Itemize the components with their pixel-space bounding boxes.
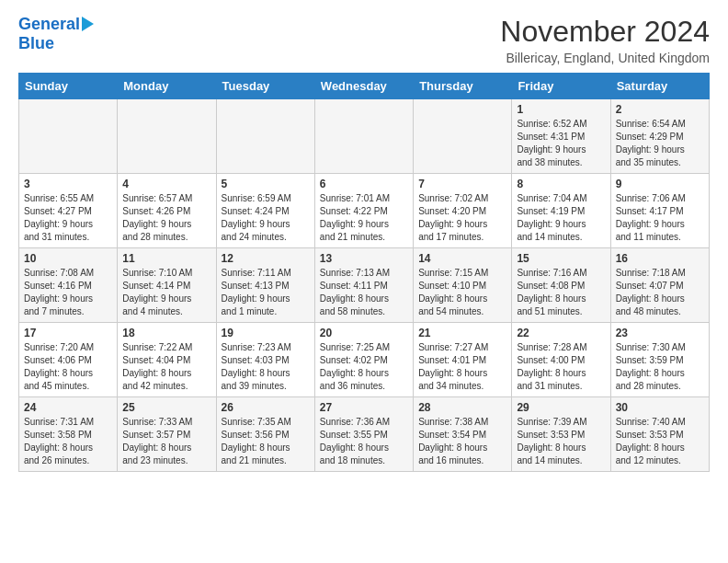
day-info: Sunrise: 7:13 AMSunset: 4:11 PMDaylight:… xyxy=(320,267,408,318)
day-number: 29 xyxy=(517,401,605,414)
calendar-cell: 11Sunrise: 7:10 AMSunset: 4:14 PMDayligh… xyxy=(118,248,216,323)
day-number: 27 xyxy=(320,401,408,414)
day-info: Sunrise: 7:11 AMSunset: 4:13 PMDaylight:… xyxy=(222,267,310,318)
day-number: 20 xyxy=(320,327,408,339)
day-info: Sunrise: 7:36 AMSunset: 3:55 PMDaylight:… xyxy=(320,416,408,467)
weekday-header: Wednesday xyxy=(314,74,413,99)
day-number: 25 xyxy=(122,401,210,414)
calendar-cell: 9Sunrise: 7:06 AMSunset: 4:17 PMDaylight… xyxy=(610,174,709,248)
day-info: Sunrise: 7:22 AMSunset: 4:04 PMDaylight:… xyxy=(122,341,210,393)
day-number: 10 xyxy=(24,252,112,265)
day-number: 15 xyxy=(517,252,605,265)
calendar-cell xyxy=(216,99,314,174)
calendar-table: SundayMondayTuesdayWednesdayThursdayFrid… xyxy=(18,73,710,472)
day-number: 8 xyxy=(517,178,605,190)
day-info: Sunrise: 7:39 AMSunset: 3:53 PMDaylight:… xyxy=(517,416,605,467)
calendar-header-row: SundayMondayTuesdayWednesdayThursdayFrid… xyxy=(19,74,710,99)
day-number: 3 xyxy=(24,178,112,190)
calendar-week-row: 3Sunrise: 6:55 AMSunset: 4:27 PMDaylight… xyxy=(19,174,710,248)
calendar-cell xyxy=(314,99,413,174)
weekday-header: Friday xyxy=(512,74,610,99)
day-number: 11 xyxy=(122,252,210,265)
day-number: 1 xyxy=(517,103,605,116)
day-info: Sunrise: 7:27 AMSunset: 4:01 PMDaylight:… xyxy=(418,341,506,393)
day-info: Sunrise: 6:55 AMSunset: 4:27 PMDaylight:… xyxy=(24,192,112,244)
calendar-cell: 17Sunrise: 7:20 AMSunset: 4:06 PMDayligh… xyxy=(19,323,118,397)
calendar-cell: 10Sunrise: 7:08 AMSunset: 4:16 PMDayligh… xyxy=(19,248,118,323)
calendar-cell: 29Sunrise: 7:39 AMSunset: 3:53 PMDayligh… xyxy=(512,397,610,472)
day-number: 18 xyxy=(122,327,210,339)
calendar-cell: 14Sunrise: 7:15 AMSunset: 4:10 PMDayligh… xyxy=(414,248,512,323)
calendar-cell: 12Sunrise: 7:11 AMSunset: 4:13 PMDayligh… xyxy=(216,248,314,323)
day-info: Sunrise: 7:02 AMSunset: 4:20 PMDaylight:… xyxy=(418,192,506,244)
day-number: 9 xyxy=(616,178,704,190)
day-info: Sunrise: 7:20 AMSunset: 4:06 PMDaylight:… xyxy=(24,341,112,393)
calendar-cell: 13Sunrise: 7:13 AMSunset: 4:11 PMDayligh… xyxy=(314,248,413,323)
day-number: 30 xyxy=(616,401,704,414)
day-info: Sunrise: 7:10 AMSunset: 4:14 PMDaylight:… xyxy=(122,267,210,318)
month-title: November 2024 xyxy=(500,15,710,49)
location: Billericay, England, United Kingdom xyxy=(500,51,710,65)
calendar-week-row: 17Sunrise: 7:20 AMSunset: 4:06 PMDayligh… xyxy=(19,323,710,397)
weekday-header: Saturday xyxy=(610,74,709,99)
calendar-cell: 4Sunrise: 6:57 AMSunset: 4:26 PMDaylight… xyxy=(118,174,216,248)
title-section: November 2024 Billericay, England, Unite… xyxy=(500,15,710,65)
day-number: 14 xyxy=(418,252,506,265)
day-info: Sunrise: 7:30 AMSunset: 3:59 PMDaylight:… xyxy=(616,341,704,393)
day-info: Sunrise: 7:40 AMSunset: 3:53 PMDaylight:… xyxy=(616,416,704,467)
calendar-cell: 27Sunrise: 7:36 AMSunset: 3:55 PMDayligh… xyxy=(314,397,413,472)
calendar-cell: 24Sunrise: 7:31 AMSunset: 3:58 PMDayligh… xyxy=(19,397,118,472)
day-info: Sunrise: 7:31 AMSunset: 3:58 PMDaylight:… xyxy=(24,416,112,467)
calendar-cell: 25Sunrise: 7:33 AMSunset: 3:57 PMDayligh… xyxy=(118,397,216,472)
day-info: Sunrise: 7:38 AMSunset: 3:54 PMDaylight:… xyxy=(418,416,506,467)
day-number: 5 xyxy=(222,178,310,190)
day-info: Sunrise: 7:16 AMSunset: 4:08 PMDaylight:… xyxy=(517,267,605,318)
calendar-cell: 5Sunrise: 6:59 AMSunset: 4:24 PMDaylight… xyxy=(216,174,314,248)
day-number: 4 xyxy=(122,178,210,190)
calendar-cell: 1Sunrise: 6:52 AMSunset: 4:31 PMDaylight… xyxy=(512,99,610,174)
logo-text: General xyxy=(18,15,80,34)
day-number: 12 xyxy=(222,252,310,265)
day-number: 2 xyxy=(616,103,704,116)
calendar-cell: 16Sunrise: 7:18 AMSunset: 4:07 PMDayligh… xyxy=(610,248,709,323)
day-info: Sunrise: 7:25 AMSunset: 4:02 PMDaylight:… xyxy=(320,341,408,393)
weekday-header: Tuesday xyxy=(216,74,314,99)
day-info: Sunrise: 7:28 AMSunset: 4:00 PMDaylight:… xyxy=(517,341,605,393)
day-number: 6 xyxy=(320,178,408,190)
weekday-header: Sunday xyxy=(19,74,118,99)
day-number: 26 xyxy=(222,401,310,414)
day-number: 23 xyxy=(616,327,704,339)
logo-subtext: Blue xyxy=(18,34,54,53)
calendar-cell: 21Sunrise: 7:27 AMSunset: 4:01 PMDayligh… xyxy=(414,323,512,397)
day-info: Sunrise: 6:59 AMSunset: 4:24 PMDaylight:… xyxy=(222,192,310,244)
calendar-cell: 26Sunrise: 7:35 AMSunset: 3:56 PMDayligh… xyxy=(216,397,314,472)
day-info: Sunrise: 7:35 AMSunset: 3:56 PMDaylight:… xyxy=(222,416,310,467)
calendar-cell: 8Sunrise: 7:04 AMSunset: 4:19 PMDaylight… xyxy=(512,174,610,248)
day-number: 13 xyxy=(320,252,408,265)
day-info: Sunrise: 7:23 AMSunset: 4:03 PMDaylight:… xyxy=(222,341,310,393)
day-number: 19 xyxy=(222,327,310,339)
calendar-week-row: 1Sunrise: 6:52 AMSunset: 4:31 PMDaylight… xyxy=(19,99,710,174)
calendar-cell xyxy=(19,99,118,174)
day-number: 16 xyxy=(616,252,704,265)
day-info: Sunrise: 7:18 AMSunset: 4:07 PMDaylight:… xyxy=(616,267,704,318)
logo: General Blue xyxy=(18,15,94,53)
day-number: 21 xyxy=(418,327,506,339)
calendar-cell xyxy=(414,99,512,174)
page-header: General Blue November 2024 Billericay, E… xyxy=(18,15,710,65)
calendar-cell: 7Sunrise: 7:02 AMSunset: 4:20 PMDaylight… xyxy=(414,174,512,248)
calendar-cell: 20Sunrise: 7:25 AMSunset: 4:02 PMDayligh… xyxy=(314,323,413,397)
day-number: 7 xyxy=(418,178,506,190)
calendar-cell xyxy=(118,99,216,174)
calendar-cell: 23Sunrise: 7:30 AMSunset: 3:59 PMDayligh… xyxy=(610,323,709,397)
day-info: Sunrise: 7:08 AMSunset: 4:16 PMDaylight:… xyxy=(24,267,112,318)
day-info: Sunrise: 7:15 AMSunset: 4:10 PMDaylight:… xyxy=(418,267,506,318)
day-number: 24 xyxy=(24,401,112,414)
calendar-week-row: 10Sunrise: 7:08 AMSunset: 4:16 PMDayligh… xyxy=(19,248,710,323)
weekday-header: Thursday xyxy=(414,74,512,99)
day-info: Sunrise: 7:06 AMSunset: 4:17 PMDaylight:… xyxy=(616,192,704,244)
day-number: 22 xyxy=(517,327,605,339)
calendar-cell: 6Sunrise: 7:01 AMSunset: 4:22 PMDaylight… xyxy=(314,174,413,248)
calendar-cell: 28Sunrise: 7:38 AMSunset: 3:54 PMDayligh… xyxy=(414,397,512,472)
calendar-cell: 2Sunrise: 6:54 AMSunset: 4:29 PMDaylight… xyxy=(610,99,709,174)
